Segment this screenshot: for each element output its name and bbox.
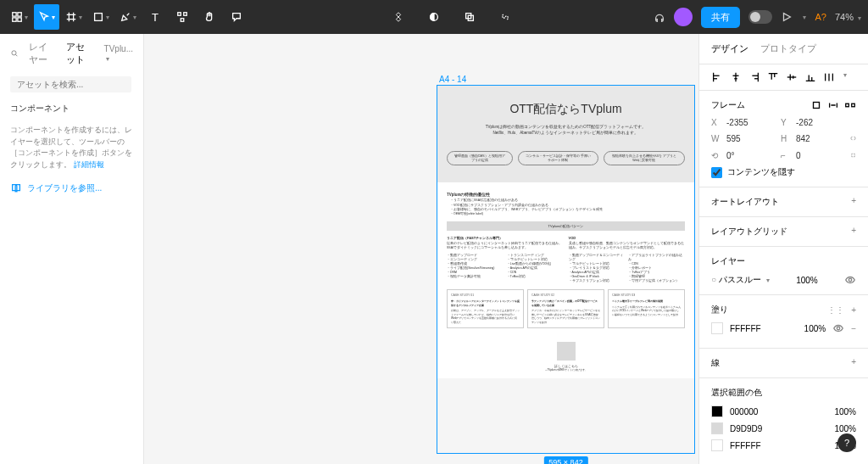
selection-colors-heading: 選択範囲の色 — [711, 387, 762, 399]
page-selector[interactable]: TVplu... ▾ — [104, 44, 133, 63]
layer-heading: レイヤー — [711, 255, 745, 267]
help-link[interactable]: 詳細情報 — [74, 160, 104, 169]
share-button[interactable]: 共有 — [701, 7, 740, 28]
color-pct[interactable]: 100% — [834, 407, 856, 416]
user-avatar[interactable] — [674, 8, 693, 26]
blend-mode[interactable]: ○ パススルー — [711, 274, 761, 286]
radius-value[interactable]: 0 — [796, 151, 837, 160]
hand-tool[interactable] — [197, 4, 222, 30]
browse-libraries[interactable]: ライブラリを参照... — [0, 174, 143, 203]
mask-icon[interactable] — [421, 4, 447, 30]
auto-layout-section[interactable]: オートレイアウト+ — [699, 187, 868, 217]
x-value[interactable]: -2355 — [726, 118, 767, 127]
color-pct[interactable]: 100% — [834, 424, 856, 433]
svg-rect-0 — [13, 13, 16, 16]
frame-label[interactable]: A4 - 14 — [439, 75, 466, 84]
svg-rect-1 — [18, 13, 21, 16]
audio-icon[interactable] — [654, 11, 665, 23]
dev-mode-toggle[interactable] — [748, 10, 772, 24]
rotation-value[interactable]: 0° — [726, 151, 767, 160]
svg-rect-10 — [184, 13, 187, 16]
svg-rect-11 — [181, 19, 184, 22]
frame-heading: フレーム — [711, 99, 745, 111]
style-icon[interactable]: ⋮⋮ — [827, 305, 844, 315]
size-badge: 595 × 842 — [543, 456, 587, 464]
svg-rect-8 — [95, 14, 103, 21]
pen-tool[interactable]: ▾ — [115, 4, 141, 30]
align-bottom-icon[interactable] — [804, 71, 816, 83]
help-button[interactable]: ? — [837, 433, 856, 452]
comment-tool[interactable] — [224, 4, 249, 30]
svg-rect-39 — [846, 103, 849, 107]
search-icon[interactable] — [10, 48, 19, 59]
selection-outline: 595 × 842 — [437, 85, 695, 454]
prototype-tab[interactable]: プロトタイプ — [760, 42, 816, 55]
component-icon[interactable] — [386, 4, 411, 30]
frame-tool[interactable]: ▾ — [61, 4, 86, 30]
left-panel: レイヤー アセット TVplu... ▾ コンポーネント コンポーネントを作成す… — [0, 34, 144, 464]
shape-tool[interactable]: ▾ — [88, 4, 114, 30]
corner-icon[interactable] — [850, 149, 856, 161]
align-controls: ▾ — [699, 64, 868, 91]
asset-search-input[interactable] — [10, 76, 131, 92]
svg-line-16 — [15, 54, 17, 56]
link-wh-icon[interactable] — [850, 132, 856, 144]
link-icon[interactable] — [492, 4, 518, 30]
resources-tool[interactable] — [170, 4, 195, 30]
align-hcenter-icon[interactable] — [730, 71, 742, 83]
align-right-icon[interactable] — [748, 71, 760, 83]
clip-checkbox[interactable] — [711, 167, 722, 178]
fill-opacity[interactable]: 100% — [804, 324, 826, 333]
color-swatch[interactable] — [711, 439, 723, 451]
main-toolbar: ▾ ▾ ▾ ▾ ▾ T 共有 ▾ A? 74% ▾ — [0, 0, 868, 34]
eye-icon[interactable] — [844, 274, 856, 286]
design-tab[interactable]: デザイン — [711, 42, 748, 55]
components-heading: コンポーネント — [0, 96, 143, 121]
svg-rect-40 — [852, 103, 855, 107]
zoom-level[interactable]: 74% ▾ — [835, 12, 861, 22]
layers-tab[interactable]: レイヤー — [29, 41, 56, 66]
color-swatch[interactable] — [711, 405, 723, 417]
assets-tab[interactable]: アセット — [66, 41, 93, 66]
align-top-icon[interactable] — [767, 71, 779, 83]
svg-rect-2 — [13, 18, 16, 21]
color-hex[interactable]: 000000 — [730, 407, 758, 416]
y-value[interactable]: -262 — [796, 118, 837, 127]
notification-badge[interactable]: A? — [815, 12, 826, 22]
layout-grid-section[interactable]: レイアウトグリッド+ — [699, 217, 868, 247]
text-tool[interactable]: T — [142, 4, 168, 30]
play-icon[interactable] — [781, 11, 793, 23]
distribute-icon[interactable] — [823, 71, 835, 83]
menu-button[interactable]: ▾ — [7, 4, 32, 30]
align-vcenter-icon[interactable] — [786, 71, 798, 83]
color-hex[interactable]: FFFFFF — [730, 441, 761, 450]
resize-fixed-icon[interactable] — [810, 99, 822, 111]
clip-label: コンテンツを隠す — [727, 166, 795, 178]
svg-point-41 — [849, 278, 852, 282]
right-panel: デザイン プロトタイプ ▾ フレーム X-2355Y-262 W595H842 … — [698, 34, 868, 464]
resize-hug-icon[interactable] — [827, 99, 839, 111]
color-swatch[interactable] — [711, 422, 723, 434]
stroke-section[interactable]: 線+ — [699, 349, 868, 378]
remove-fill[interactable]: − — [851, 324, 856, 333]
boolean-icon[interactable] — [457, 4, 482, 30]
h-value[interactable]: 842 — [796, 134, 837, 143]
fill-heading: 塗り — [711, 304, 728, 316]
components-help-text: コンポーネントを作成するには、レイヤーを選択して、ツールバーの［コンポーネントを… — [0, 121, 143, 174]
fill-swatch[interactable] — [711, 322, 723, 334]
add-fill[interactable]: + — [851, 305, 856, 315]
color-hex[interactable]: D9D9D9 — [730, 424, 762, 433]
svg-rect-38 — [814, 103, 820, 109]
w-value[interactable]: 595 — [726, 134, 767, 143]
align-left-icon[interactable] — [711, 71, 723, 83]
svg-rect-3 — [18, 18, 21, 21]
svg-point-15 — [12, 51, 16, 55]
svg-point-42 — [837, 327, 840, 330]
eye-icon[interactable] — [832, 322, 844, 334]
resize-fill-icon[interactable] — [844, 99, 856, 111]
svg-rect-9 — [178, 13, 181, 16]
fill-hex[interactable]: FFFFFF — [730, 324, 761, 333]
move-tool[interactable]: ▾ — [34, 4, 59, 30]
layer-opacity[interactable]: 100% — [796, 276, 818, 285]
canvas[interactable]: A4 - 14 OTT配信ならTVplum TVplumは御社の動画コンテンツを… — [144, 34, 698, 464]
